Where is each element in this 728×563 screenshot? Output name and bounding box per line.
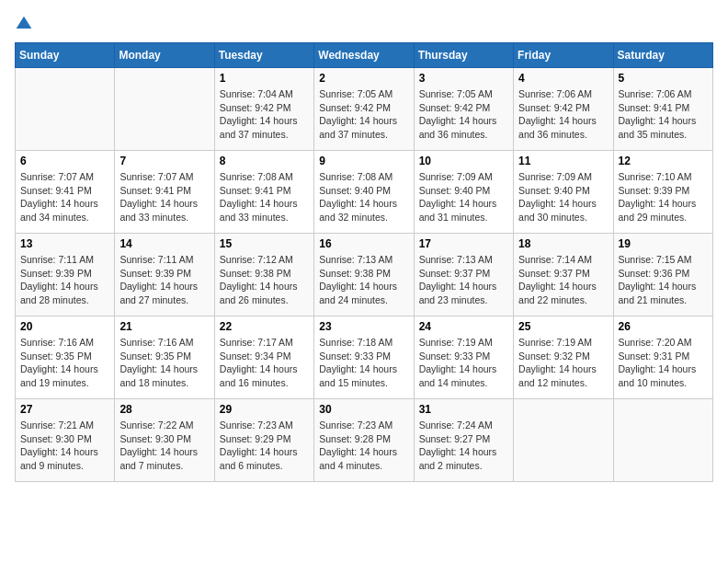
- day-number: 12: [619, 155, 708, 167]
- calendar-day-cell: [115, 68, 214, 151]
- day-info: Sunrise: 7:08 AMSunset: 9:40 PMDaylight:…: [319, 170, 408, 224]
- calendar-week-row: 13Sunrise: 7:11 AMSunset: 9:39 PMDayligh…: [16, 234, 713, 316]
- day-number: 23: [319, 320, 408, 333]
- day-number: 20: [20, 320, 109, 333]
- calendar-table: SundayMondayTuesdayWednesdayThursdayFrid…: [15, 42, 713, 482]
- calendar-week-row: 6Sunrise: 7:07 AMSunset: 9:41 PMDaylight…: [16, 151, 713, 234]
- weekday-header: Wednesday: [314, 43, 414, 68]
- day-number: 2: [319, 72, 408, 85]
- day-number: 4: [518, 72, 608, 85]
- calendar-day-cell: 28Sunrise: 7:22 AMSunset: 9:30 PMDayligh…: [115, 399, 214, 482]
- day-number: 15: [220, 237, 309, 250]
- calendar-week-row: 1Sunrise: 7:04 AMSunset: 9:42 PMDaylight…: [16, 68, 713, 151]
- day-info: Sunrise: 7:05 AMSunset: 9:42 PMDaylight:…: [319, 87, 408, 142]
- day-number: 3: [419, 72, 508, 85]
- calendar-day-cell: 5Sunrise: 7:06 AMSunset: 9:41 PMDaylight…: [613, 68, 712, 151]
- day-number: 18: [518, 237, 608, 250]
- calendar-week-row: 20Sunrise: 7:16 AMSunset: 9:35 PMDayligh…: [16, 316, 713, 399]
- weekday-header: Tuesday: [214, 43, 313, 68]
- day-number: 30: [319, 403, 408, 416]
- calendar-day-cell: 6Sunrise: 7:07 AMSunset: 9:41 PMDaylight…: [16, 151, 115, 234]
- day-info: Sunrise: 7:14 AMSunset: 9:37 PMDaylight:…: [518, 253, 608, 307]
- weekday-header: Saturday: [613, 43, 712, 68]
- day-info: Sunrise: 7:15 AMSunset: 9:36 PMDaylight:…: [619, 253, 708, 307]
- day-info: Sunrise: 7:09 AMSunset: 9:40 PMDaylight:…: [518, 170, 608, 224]
- day-number: 19: [619, 237, 708, 250]
- weekday-header: Friday: [514, 43, 613, 68]
- day-number: 14: [119, 237, 209, 250]
- calendar-day-cell: 24Sunrise: 7:19 AMSunset: 9:33 PMDayligh…: [414, 316, 513, 399]
- weekday-header: Monday: [115, 43, 214, 68]
- calendar-day-cell: 9Sunrise: 7:08 AMSunset: 9:40 PMDaylight…: [314, 151, 414, 234]
- calendar-day-cell: 26Sunrise: 7:20 AMSunset: 9:31 PMDayligh…: [613, 316, 712, 399]
- calendar-day-cell: 27Sunrise: 7:21 AMSunset: 9:30 PMDayligh…: [16, 399, 115, 482]
- day-info: Sunrise: 7:07 AMSunset: 9:41 PMDaylight:…: [119, 170, 209, 224]
- day-info: Sunrise: 7:11 AMSunset: 9:39 PMDaylight:…: [20, 253, 109, 307]
- day-number: 6: [20, 155, 109, 167]
- day-info: Sunrise: 7:19 AMSunset: 9:32 PMDaylight:…: [518, 336, 608, 390]
- weekday-header: Sunday: [16, 43, 115, 68]
- day-info: Sunrise: 7:23 AMSunset: 9:29 PMDaylight:…: [220, 419, 309, 473]
- calendar-day-cell: 15Sunrise: 7:12 AMSunset: 9:38 PMDayligh…: [214, 234, 313, 316]
- day-number: 28: [119, 403, 209, 416]
- day-info: Sunrise: 7:17 AMSunset: 9:34 PMDaylight:…: [220, 336, 309, 390]
- weekday-header: Thursday: [414, 43, 513, 68]
- day-number: 25: [518, 320, 608, 333]
- calendar-day-cell: 16Sunrise: 7:13 AMSunset: 9:38 PMDayligh…: [314, 234, 414, 316]
- day-info: Sunrise: 7:13 AMSunset: 9:38 PMDaylight:…: [319, 253, 408, 307]
- calendar-day-cell: 1Sunrise: 7:04 AMSunset: 9:42 PMDaylight…: [214, 68, 313, 151]
- day-number: 21: [119, 320, 209, 333]
- page-header: [15, 15, 713, 33]
- day-info: Sunrise: 7:16 AMSunset: 9:35 PMDaylight:…: [119, 336, 209, 390]
- calendar-day-cell: 23Sunrise: 7:18 AMSunset: 9:33 PMDayligh…: [314, 316, 414, 399]
- day-info: Sunrise: 7:19 AMSunset: 9:33 PMDaylight:…: [419, 336, 508, 390]
- calendar-day-cell: 25Sunrise: 7:19 AMSunset: 9:32 PMDayligh…: [514, 316, 613, 399]
- day-number: 8: [220, 155, 309, 167]
- calendar-day-cell: [16, 68, 115, 151]
- day-info: Sunrise: 7:07 AMSunset: 9:41 PMDaylight:…: [20, 170, 109, 224]
- day-number: 22: [220, 320, 309, 333]
- day-info: Sunrise: 7:24 AMSunset: 9:27 PMDaylight:…: [419, 419, 508, 473]
- calendar-day-cell: [514, 399, 613, 482]
- day-info: Sunrise: 7:05 AMSunset: 9:42 PMDaylight:…: [419, 87, 508, 142]
- calendar-day-cell: 13Sunrise: 7:11 AMSunset: 9:39 PMDayligh…: [16, 234, 115, 316]
- svg-marker-0: [17, 17, 32, 29]
- calendar-day-cell: 7Sunrise: 7:07 AMSunset: 9:41 PMDaylight…: [115, 151, 214, 234]
- calendar-day-cell: 10Sunrise: 7:09 AMSunset: 9:40 PMDayligh…: [414, 151, 513, 234]
- day-info: Sunrise: 7:22 AMSunset: 9:30 PMDaylight:…: [119, 419, 209, 473]
- day-info: Sunrise: 7:13 AMSunset: 9:37 PMDaylight:…: [419, 253, 508, 307]
- day-info: Sunrise: 7:06 AMSunset: 9:42 PMDaylight:…: [518, 87, 608, 142]
- logo: [15, 15, 37, 33]
- day-info: Sunrise: 7:23 AMSunset: 9:28 PMDaylight:…: [319, 419, 408, 473]
- day-info: Sunrise: 7:18 AMSunset: 9:33 PMDaylight:…: [319, 336, 408, 390]
- calendar-week-row: 27Sunrise: 7:21 AMSunset: 9:30 PMDayligh…: [16, 399, 713, 482]
- day-info: Sunrise: 7:11 AMSunset: 9:39 PMDaylight:…: [119, 253, 209, 307]
- day-number: 7: [119, 155, 209, 167]
- day-number: 16: [319, 237, 408, 250]
- calendar-day-cell: 18Sunrise: 7:14 AMSunset: 9:37 PMDayligh…: [514, 234, 613, 316]
- day-number: 31: [419, 403, 508, 416]
- calendar-day-cell: 4Sunrise: 7:06 AMSunset: 9:42 PMDaylight…: [514, 68, 613, 151]
- calendar-day-cell: 30Sunrise: 7:23 AMSunset: 9:28 PMDayligh…: [314, 399, 414, 482]
- day-number: 24: [419, 320, 508, 333]
- calendar-day-cell: 2Sunrise: 7:05 AMSunset: 9:42 PMDaylight…: [314, 68, 414, 151]
- day-number: 27: [20, 403, 109, 416]
- calendar-day-cell: 11Sunrise: 7:09 AMSunset: 9:40 PMDayligh…: [514, 151, 613, 234]
- day-number: 29: [220, 403, 309, 416]
- day-info: Sunrise: 7:08 AMSunset: 9:41 PMDaylight:…: [220, 170, 309, 224]
- day-number: 11: [518, 155, 608, 167]
- day-info: Sunrise: 7:16 AMSunset: 9:35 PMDaylight:…: [20, 336, 109, 390]
- logo-icon: [15, 15, 33, 33]
- day-info: Sunrise: 7:10 AMSunset: 9:39 PMDaylight:…: [619, 170, 708, 224]
- calendar-day-cell: 31Sunrise: 7:24 AMSunset: 9:27 PMDayligh…: [414, 399, 513, 482]
- day-number: 13: [20, 237, 109, 250]
- day-info: Sunrise: 7:21 AMSunset: 9:30 PMDaylight:…: [20, 419, 109, 473]
- calendar-day-cell: 14Sunrise: 7:11 AMSunset: 9:39 PMDayligh…: [115, 234, 214, 316]
- weekday-header-row: SundayMondayTuesdayWednesdayThursdayFrid…: [16, 43, 713, 68]
- calendar-day-cell: 19Sunrise: 7:15 AMSunset: 9:36 PMDayligh…: [613, 234, 712, 316]
- calendar-body: 1Sunrise: 7:04 AMSunset: 9:42 PMDaylight…: [16, 68, 713, 482]
- calendar-day-cell: 8Sunrise: 7:08 AMSunset: 9:41 PMDaylight…: [214, 151, 313, 234]
- day-number: 5: [619, 72, 708, 85]
- day-number: 9: [319, 155, 408, 167]
- day-number: 26: [619, 320, 708, 333]
